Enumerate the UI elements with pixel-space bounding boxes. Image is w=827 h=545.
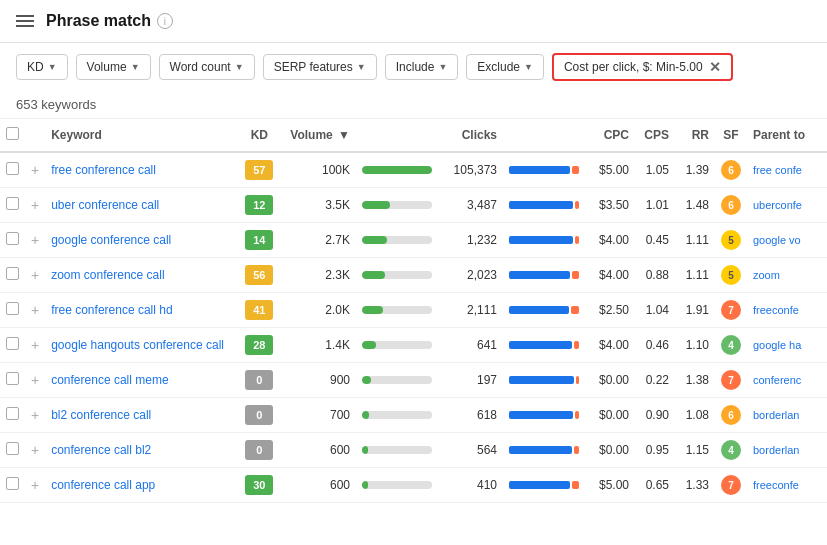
parent-link[interactable]: free confe xyxy=(753,164,802,176)
parent-link[interactable]: uberconfe xyxy=(753,199,802,211)
parent-link[interactable]: freeconfe xyxy=(753,479,799,491)
row-checkbox[interactable] xyxy=(0,468,25,503)
keyword-link[interactable]: free conference call hd xyxy=(51,303,172,317)
sf-cell: 6 xyxy=(715,188,747,223)
hamburger-menu[interactable] xyxy=(16,15,34,27)
keyword-link[interactable]: google conference call xyxy=(51,233,171,247)
kd-badge: 41 xyxy=(245,300,273,320)
volume-header[interactable]: Volume ▼ xyxy=(284,119,356,152)
sf-badge: 7 xyxy=(721,475,741,495)
cps-header[interactable]: CPS xyxy=(635,119,675,152)
volume-bar xyxy=(362,446,432,454)
exclude-filter[interactable]: Exclude ▼ xyxy=(466,54,544,80)
kd-badge: 30 xyxy=(245,475,273,495)
add-keyword-icon[interactable]: + xyxy=(25,293,45,328)
keyword-link[interactable]: conference call meme xyxy=(51,373,168,387)
add-keyword-icon[interactable]: + xyxy=(25,328,45,363)
volume-bar xyxy=(362,236,432,244)
row-checkbox[interactable] xyxy=(0,293,25,328)
cps-cell: 1.01 xyxy=(635,188,675,223)
parent-link[interactable]: conferenc xyxy=(753,374,801,386)
kd-badge: 0 xyxy=(245,405,273,425)
keyword-link[interactable]: google hangouts conference call xyxy=(51,338,224,352)
add-keyword-icon[interactable]: + xyxy=(25,398,45,433)
volume-bar-cell xyxy=(356,293,438,328)
keyword-cell: google hangouts conference call xyxy=(45,328,234,363)
keyword-link[interactable]: bl2 conference call xyxy=(51,408,151,422)
rr-cell: 1.10 xyxy=(675,328,715,363)
add-keyword-icon[interactable]: + xyxy=(25,433,45,468)
serp-features-filter[interactable]: SERP features ▼ xyxy=(263,54,377,80)
cps-cell: 0.88 xyxy=(635,258,675,293)
clicks-bar-cell xyxy=(503,223,585,258)
parent-cell: freeconfe xyxy=(747,468,827,503)
sf-cell: 4 xyxy=(715,328,747,363)
clicks-bar xyxy=(509,236,579,244)
add-keyword-icon[interactable]: + xyxy=(25,188,45,223)
keyword-link[interactable]: uber conference call xyxy=(51,198,159,212)
parent-cell: google ha xyxy=(747,328,827,363)
row-checkbox[interactable] xyxy=(0,188,25,223)
cpc-header[interactable]: CPC xyxy=(585,119,635,152)
kd-cell: 30 xyxy=(234,468,284,503)
add-keyword-icon[interactable]: + xyxy=(25,363,45,398)
parent-link[interactable]: borderlan xyxy=(753,409,799,421)
sort-arrow-icon: ▼ xyxy=(338,128,350,142)
kd-header[interactable]: KD xyxy=(234,119,284,152)
keyword-cell: conference call app xyxy=(45,468,234,503)
volume-bar-cell xyxy=(356,258,438,293)
add-keyword-icon[interactable]: + xyxy=(25,468,45,503)
add-keyword-icon[interactable]: + xyxy=(25,223,45,258)
volume-filter[interactable]: Volume ▼ xyxy=(76,54,151,80)
row-checkbox[interactable] xyxy=(0,363,25,398)
keyword-link[interactable]: free conference call xyxy=(51,163,156,177)
cps-cell: 1.04 xyxy=(635,293,675,328)
kd-filter[interactable]: KD ▼ xyxy=(16,54,68,80)
parent-link[interactable]: freeconfe xyxy=(753,304,799,316)
row-checkbox[interactable] xyxy=(0,258,25,293)
keyword-link[interactable]: zoom conference call xyxy=(51,268,164,282)
word-count-filter[interactable]: Word count ▼ xyxy=(159,54,255,80)
row-checkbox[interactable] xyxy=(0,398,25,433)
select-all-checkbox[interactable] xyxy=(0,119,25,152)
kd-cell: 56 xyxy=(234,258,284,293)
row-checkbox[interactable] xyxy=(0,328,25,363)
volume-bar-cell xyxy=(356,398,438,433)
parent-link[interactable]: google vo xyxy=(753,234,801,246)
keyword-link[interactable]: conference call app xyxy=(51,478,155,492)
info-icon[interactable]: i xyxy=(157,13,173,29)
row-checkbox[interactable] xyxy=(0,223,25,258)
cpc-cell: $3.50 xyxy=(585,188,635,223)
parent-cell: google vo xyxy=(747,223,827,258)
cps-cell: 0.45 xyxy=(635,223,675,258)
close-filter-icon[interactable]: ✕ xyxy=(709,59,721,75)
volume-cell: 900 xyxy=(284,363,356,398)
table-row: + free conference call 57 100K 105,373 $… xyxy=(0,152,827,188)
clicks-bar xyxy=(509,201,579,209)
rr-cell: 1.38 xyxy=(675,363,715,398)
clicks-cell: 105,373 xyxy=(438,152,503,188)
kd-cell: 57 xyxy=(234,152,284,188)
sf-badge: 7 xyxy=(721,370,741,390)
parent-link[interactable]: borderlan xyxy=(753,444,799,456)
add-keyword-icon[interactable]: + xyxy=(25,258,45,293)
row-checkbox[interactable] xyxy=(0,433,25,468)
keyword-link[interactable]: conference call bl2 xyxy=(51,443,151,457)
sf-header[interactable]: SF xyxy=(715,119,747,152)
clicks-bar-cell xyxy=(503,363,585,398)
sf-badge: 5 xyxy=(721,265,741,285)
parent-link[interactable]: zoom xyxy=(753,269,780,281)
kd-cell: 0 xyxy=(234,363,284,398)
rr-header[interactable]: RR xyxy=(675,119,715,152)
add-keyword-icon[interactable]: + xyxy=(25,152,45,188)
volume-cell: 100K xyxy=(284,152,356,188)
volume-bar xyxy=(362,481,432,489)
row-checkbox[interactable] xyxy=(0,152,25,188)
parent-link[interactable]: google ha xyxy=(753,339,801,351)
volume-bar xyxy=(362,341,432,349)
sf-cell: 6 xyxy=(715,152,747,188)
keyword-header[interactable]: Keyword xyxy=(45,119,234,152)
include-filter[interactable]: Include ▼ xyxy=(385,54,459,80)
parent-header[interactable]: Parent to xyxy=(747,119,827,152)
clicks-header[interactable]: Clicks xyxy=(438,119,503,152)
